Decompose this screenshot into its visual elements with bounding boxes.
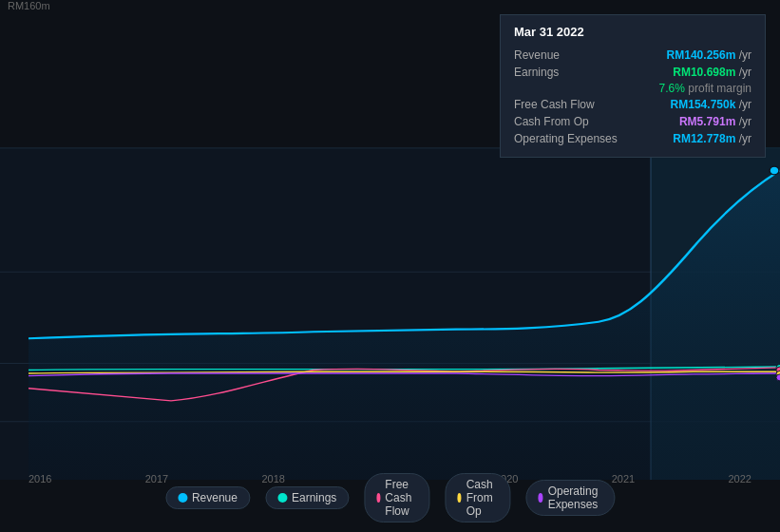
legend-dot-cashop — [457, 493, 461, 503]
legend-dot-opex — [538, 493, 542, 503]
tooltip-label-revenue: Revenue — [514, 48, 637, 62]
legend-revenue[interactable]: Revenue — [165, 486, 250, 509]
legend-dot-fcf — [376, 493, 380, 503]
tooltip-row-earnings: Earnings RM10.698m /yr — [514, 64, 751, 81]
legend-earnings[interactable]: Earnings — [265, 486, 349, 509]
tooltip-panel: Mar 31 2022 Revenue RM140.256m /yr Earni… — [500, 14, 766, 158]
profit-margin-row: 7.6% profit margin — [514, 81, 751, 96]
tooltip-label-opex: Operating Expenses — [514, 132, 637, 145]
profit-margin-value: 7.6% profit margin — [659, 82, 751, 95]
tooltip-value-fcf: RM154.750k /yr — [671, 98, 751, 111]
y-label-top: RM160m — [8, 0, 50, 11]
tooltip-label-earnings: Earnings — [514, 66, 637, 79]
tooltip-value-cashop: RM5.791m /yr — [679, 115, 751, 128]
legend-dot-revenue — [178, 493, 187, 503]
legend-cashop[interactable]: Cash From Op — [445, 473, 510, 522]
legend-dot-earnings — [277, 493, 287, 503]
main-chart-svg — [0, 147, 780, 480]
tooltip-row-cashop: Cash From Op RM5.791m /yr — [514, 113, 751, 130]
tooltip-label-cashop: Cash From Op — [514, 115, 637, 128]
x-label-2022: 2022 — [729, 473, 751, 484]
tooltip-label-fcf: Free Cash Flow — [514, 98, 637, 111]
legend-label-earnings: Earnings — [292, 491, 336, 504]
tooltip-row-opex: Operating Expenses RM12.778m /yr — [514, 130, 751, 147]
chart-container: Mar 31 2022 Revenue RM140.256m /yr Earni… — [0, 0, 780, 532]
legend-label-opex: Operating Expenses — [548, 484, 602, 511]
tooltip-value-opex: RM12.778m /yr — [673, 132, 751, 145]
tooltip-value-revenue: RM140.256m /yr — [667, 48, 751, 62]
legend-label-revenue: Revenue — [192, 491, 238, 504]
x-label-2021: 2021 — [612, 473, 635, 484]
svg-point-8 — [770, 166, 779, 175]
tooltip-row-fcf: Free Cash Flow RM154.750k /yr — [514, 96, 751, 113]
tooltip-value-earnings: RM10.698m /yr — [673, 66, 751, 79]
legend-label-fcf: Free Cash Flow — [385, 478, 417, 518]
chart-legend: Revenue Earnings Free Cash Flow Cash Fro… — [165, 473, 615, 522]
legend-fcf[interactable]: Free Cash Flow — [364, 473, 429, 522]
x-label-2016: 2016 — [29, 473, 51, 484]
tooltip-row-revenue: Revenue RM140.256m /yr — [514, 47, 751, 64]
svg-point-12 — [776, 374, 780, 381]
legend-opex[interactable]: Operating Expenses — [525, 480, 615, 516]
tooltip-title: Mar 31 2022 — [514, 25, 751, 39]
legend-label-cashop: Cash From Op — [466, 478, 499, 518]
